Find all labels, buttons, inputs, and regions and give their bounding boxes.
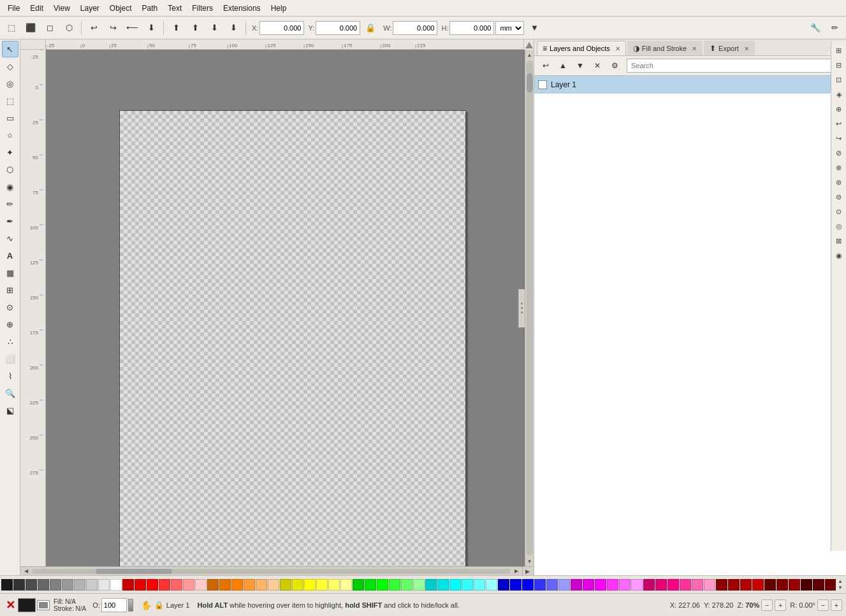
palette-color-8[interactable]: [98, 579, 110, 591]
layer-remove-btn[interactable]: ✕: [590, 58, 605, 73]
tab-fill-stroke[interactable]: ◑ Fill and Stroke ✕: [627, 41, 703, 55]
text-tool-btn[interactable]: A: [2, 247, 18, 264]
palette-color-12[interactable]: [147, 579, 158, 591]
scroll-up-btn[interactable]: ▲: [526, 51, 534, 59]
palette-color-5[interactable]: [62, 579, 73, 591]
rectangle-tool-btn[interactable]: ▭: [2, 110, 18, 126]
snap-btn-4[interactable]: ◈: [833, 88, 845, 101]
zoom-out-btn[interactable]: −: [761, 599, 773, 611]
palette-color-11[interactable]: [135, 579, 146, 591]
palette-color-50[interactable]: [607, 579, 618, 591]
horizontal-scrollbar[interactable]: ◀ ▶ ▶: [20, 566, 534, 575]
palette-color-34[interactable]: [413, 579, 425, 591]
palette-color-64[interactable]: [777, 579, 788, 591]
node-tool-btn[interactable]: ◇: [2, 58, 18, 75]
palette-color-45[interactable]: [546, 579, 558, 591]
pages-tool-btn[interactable]: ⬕: [2, 402, 18, 419]
palette-color-54[interactable]: [655, 579, 667, 591]
align-bot-btn[interactable]: ⬇: [205, 19, 223, 37]
palette-color-6[interactable]: [74, 579, 85, 591]
palette-color-40[interactable]: [486, 579, 497, 591]
palette-up-btn[interactable]: ▲: [836, 578, 845, 585]
menu-file[interactable]: File: [3, 3, 25, 14]
palette-color-37[interactable]: [449, 579, 461, 591]
palette-color-52[interactable]: [631, 579, 643, 591]
pen-tool-btn[interactable]: ✒: [2, 213, 18, 229]
scroll-left-btn[interactable]: ◀: [22, 568, 31, 575]
palette-color-47[interactable]: [571, 579, 582, 591]
palette-color-16[interactable]: [195, 579, 207, 591]
layer-settings-btn[interactable]: ⚙: [607, 58, 622, 73]
opacity-input[interactable]: [101, 598, 127, 612]
palette-color-32[interactable]: [389, 579, 400, 591]
star-tool-btn[interactable]: ✦: [2, 144, 18, 161]
select-all-btn[interactable]: ⬚: [3, 19, 20, 37]
snap-btn-10[interactable]: ⊛: [833, 176, 845, 189]
snap-btn-3[interactable]: ⊡: [833, 73, 845, 86]
menu-view[interactable]: View: [48, 3, 75, 14]
palette-color-57[interactable]: [692, 579, 703, 591]
spray-tool-btn[interactable]: ∴: [2, 333, 18, 350]
snap-btn-5[interactable]: ⊕: [833, 103, 845, 115]
align-mid-btn[interactable]: ⬆: [186, 19, 204, 37]
palette-color-23[interactable]: [280, 579, 291, 591]
palette-color-41[interactable]: [498, 579, 509, 591]
unit-arrow-btn[interactable]: ▼: [525, 19, 543, 37]
layer-to-bottom-btn[interactable]: ↩: [538, 58, 553, 73]
menu-edit[interactable]: Edit: [25, 3, 48, 14]
palette-color-66[interactable]: [801, 579, 812, 591]
gradient-tool-btn[interactable]: ▦: [2, 264, 18, 281]
lock-btn[interactable]: 🔒: [361, 19, 379, 37]
palette-color-56[interactable]: [680, 579, 691, 591]
palette-color-42[interactable]: [510, 579, 521, 591]
menu-layer[interactable]: Layer: [75, 3, 105, 14]
palette-color-15[interactable]: [183, 579, 194, 591]
snap-btn-2[interactable]: ⊟: [833, 59, 845, 71]
palette-color-55[interactable]: [667, 579, 679, 591]
palette-color-19[interactable]: [231, 579, 243, 591]
palette-color-36[interactable]: [437, 579, 449, 591]
circle-tool-btn[interactable]: ○: [2, 127, 18, 143]
vertical-scrollbar[interactable]: ▲ ▼: [525, 50, 534, 566]
palette-color-7[interactable]: [86, 579, 98, 591]
palette-color-44[interactable]: [534, 579, 546, 591]
opacity-slider[interactable]: [128, 599, 133, 612]
palette-color-20[interactable]: [244, 579, 255, 591]
palette-color-33[interactable]: [401, 579, 412, 591]
unit-select[interactable]: mm px cm in: [495, 21, 524, 35]
palette-color-1[interactable]: [13, 579, 25, 591]
menu-filters[interactable]: Filters: [187, 3, 218, 14]
color-x-btn[interactable]: ✕: [4, 599, 17, 612]
palette-color-62[interactable]: [752, 579, 764, 591]
scroll-down-btn[interactable]: ▼: [526, 557, 534, 565]
palette-color-13[interactable]: [159, 579, 170, 591]
snap-btn-15[interactable]: ◉: [833, 249, 845, 262]
palette-color-21[interactable]: [256, 579, 267, 591]
palette-color-51[interactable]: [619, 579, 631, 591]
h-input[interactable]: [449, 21, 494, 35]
palette-color-49[interactable]: [595, 579, 606, 591]
snap-btn-1[interactable]: ⊞: [833, 44, 845, 57]
zoom-in-btn[interactable]: +: [775, 599, 786, 611]
vscroll-thumb[interactable]: [527, 73, 533, 92]
hscroll-track[interactable]: [32, 569, 511, 574]
tab-fill-close[interactable]: ✕: [692, 45, 697, 52]
palette-color-53[interactable]: [643, 579, 655, 591]
menu-help[interactable]: Help: [266, 3, 292, 14]
canvas-corner-icon[interactable]: [523, 39, 534, 50]
align-top-btn[interactable]: ⬆: [167, 19, 185, 37]
deselect-btn[interactable]: ◻: [41, 19, 59, 37]
snap-btn-9[interactable]: ⊗: [833, 161, 845, 174]
menu-path[interactable]: Path: [137, 3, 163, 14]
snap-btn-11[interactable]: ⊜: [833, 190, 845, 203]
palette-color-46[interactable]: [558, 579, 570, 591]
palette-color-26[interactable]: [316, 579, 328, 591]
palette-color-65[interactable]: [789, 579, 800, 591]
lower-btn[interactable]: ⬇: [142, 19, 160, 37]
distribute-btn[interactable]: ⬇: [224, 19, 242, 37]
snap-btn-12[interactable]: ⊙: [833, 205, 845, 218]
palette-color-9[interactable]: [110, 579, 122, 591]
palette-color-67[interactable]: [813, 579, 824, 591]
stroke-swatch[interactable]: [37, 600, 50, 610]
redo-btn[interactable]: ↪: [104, 19, 122, 37]
